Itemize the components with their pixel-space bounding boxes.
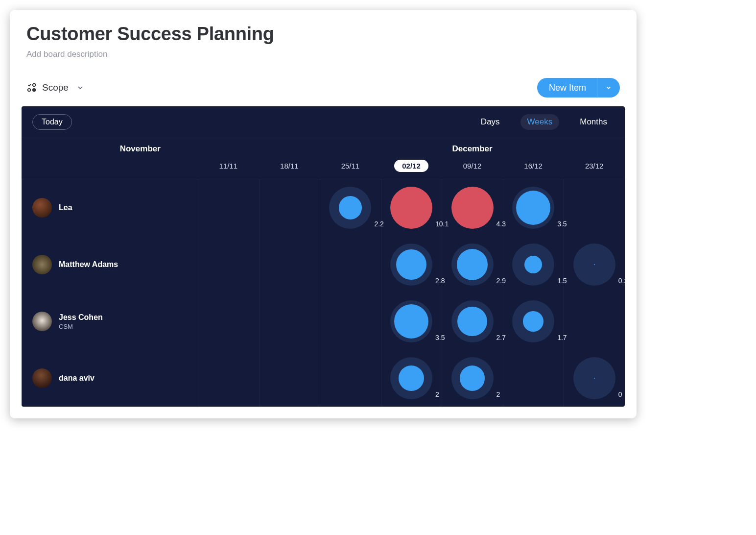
workload-bubble: 10.1 — [390, 187, 432, 229]
workload-cell[interactable]: 2.8 — [381, 236, 442, 293]
workload-bubble: 3.5 — [390, 300, 432, 342]
scope-icon — [26, 82, 37, 93]
month-label-left: November — [22, 138, 259, 155]
range-weeks[interactable]: Weeks — [520, 114, 560, 130]
scope-label: Scope — [42, 82, 69, 93]
workload-bubble: 2 — [451, 357, 494, 399]
workload-cell[interactable]: 0 — [564, 350, 625, 407]
avatar — [32, 198, 52, 218]
person-row: Matthew Adams2.82.91.50.2 — [22, 236, 625, 293]
workload-cell[interactable] — [320, 236, 381, 293]
workload-cell[interactable] — [198, 293, 259, 350]
date-cell[interactable]: 18/11 — [259, 157, 320, 177]
new-item-label: New Item — [537, 83, 597, 93]
workload-value: 2 — [496, 390, 500, 398]
date-cell[interactable]: 09/12 — [442, 157, 503, 177]
workload-bubble: 0 — [573, 357, 615, 399]
workload-cell[interactable] — [259, 350, 320, 407]
person-row: Jess CohenCSM3.52.71.7 — [22, 293, 625, 350]
range-months[interactable]: Months — [573, 114, 614, 130]
month-label-right: December — [320, 138, 625, 155]
date-cell[interactable]: 02/12 — [381, 155, 442, 179]
person-row: Lea2.210.14.33.5 — [22, 179, 625, 236]
person-cell[interactable]: Matthew Adams — [22, 244, 198, 285]
workload-cell[interactable] — [320, 350, 381, 407]
toolbar: Scope New Item — [10, 64, 637, 106]
person-name: Jess Cohen — [59, 313, 103, 322]
date-cell[interactable]: 16/12 — [503, 157, 564, 177]
workload-cell[interactable] — [259, 293, 320, 350]
range-days[interactable]: Days — [474, 114, 507, 130]
workload-cell[interactable] — [564, 293, 625, 350]
workload-value: 0.2 — [618, 277, 625, 285]
new-item-dropdown[interactable] — [597, 78, 620, 97]
today-button[interactable]: Today — [32, 114, 72, 130]
page-title: Customer Success Planning — [26, 24, 620, 45]
person-name: Matthew Adams — [59, 260, 118, 269]
range-toggle: Days Weeks Months — [474, 114, 614, 130]
date-cell[interactable]: 25/11 — [320, 157, 381, 177]
workload-cell[interactable]: 10.1 — [381, 179, 442, 236]
grid-body: Lea2.210.14.33.5Matthew Adams2.82.91.50.… — [22, 179, 625, 407]
person-name: dana aviv — [59, 374, 94, 383]
workload-bubble: 4.3 — [451, 187, 494, 229]
workload-cell[interactable] — [564, 179, 625, 236]
workload-value: 2 — [435, 390, 439, 398]
workload-cell[interactable]: 4.3 — [442, 179, 503, 236]
person-role: CSM — [59, 323, 103, 330]
scope-view-selector[interactable]: Scope — [26, 82, 84, 93]
date-cell[interactable]: 11/11 — [198, 157, 259, 177]
avatar — [32, 312, 52, 331]
workload-bubble: 2.8 — [390, 243, 432, 286]
workload-board: Today Days Weeks Months November Decembe… — [22, 106, 625, 407]
workload-bubble: 3.5 — [512, 187, 554, 229]
header: Customer Success Planning Add board desc… — [10, 10, 637, 64]
workload-cell[interactable] — [503, 350, 564, 407]
person-name: Lea — [59, 203, 72, 212]
grid-header: November December 11/1118/1125/1102/1209… — [22, 138, 625, 179]
board-toolbar: Today Days Weeks Months — [22, 106, 625, 138]
board-card: Customer Success Planning Add board desc… — [10, 10, 637, 418]
person-cell[interactable]: Jess CohenCSM — [22, 301, 198, 342]
workload-bubble: 1.5 — [512, 243, 554, 286]
workload-cell[interactable]: 3.5 — [381, 293, 442, 350]
chevron-down-icon — [76, 84, 84, 92]
workload-cell[interactable]: 2 — [381, 350, 442, 407]
workload-cell[interactable]: 2 — [442, 350, 503, 407]
workload-cell[interactable]: 0.2 — [564, 236, 625, 293]
workload-bubble: 2.9 — [451, 243, 494, 286]
workload-cell[interactable] — [198, 179, 259, 236]
chevron-down-icon — [605, 84, 612, 91]
workload-bubble: 0.2 — [573, 243, 615, 286]
workload-cell[interactable]: 1.5 — [503, 236, 564, 293]
date-cell[interactable]: 23/12 — [564, 157, 625, 177]
workload-cell[interactable] — [198, 350, 259, 407]
workload-cell[interactable] — [259, 236, 320, 293]
avatar — [32, 368, 52, 388]
workload-cell[interactable]: 2.7 — [442, 293, 503, 350]
dates-row: 11/1118/1125/1102/1209/1216/1223/12 — [22, 155, 625, 179]
workload-value: 0 — [618, 390, 622, 398]
workload-cell[interactable]: 2.2 — [320, 179, 381, 236]
person-row: dana aviv220 — [22, 350, 625, 407]
workload-cell[interactable]: 3.5 — [503, 179, 564, 236]
workload-cell[interactable] — [320, 293, 381, 350]
workload-cell[interactable] — [198, 236, 259, 293]
avatar — [32, 255, 52, 274]
person-cell[interactable]: Lea — [22, 187, 198, 228]
new-item-button[interactable]: New Item — [537, 78, 620, 97]
svg-point-0 — [33, 84, 36, 87]
workload-bubble: 2.2 — [329, 187, 371, 229]
workload-cell[interactable]: 1.7 — [503, 293, 564, 350]
workload-cell[interactable] — [259, 179, 320, 236]
page-subtitle-placeholder[interactable]: Add board description — [26, 49, 620, 59]
workload-cell[interactable]: 2.9 — [442, 236, 503, 293]
workload-bubble: 1.7 — [512, 300, 554, 342]
svg-point-2 — [33, 89, 36, 92]
person-cell[interactable]: dana aviv — [22, 358, 198, 399]
workload-bubble: 2 — [390, 357, 432, 399]
workload-bubble: 2.7 — [451, 300, 494, 342]
svg-point-1 — [28, 89, 31, 92]
